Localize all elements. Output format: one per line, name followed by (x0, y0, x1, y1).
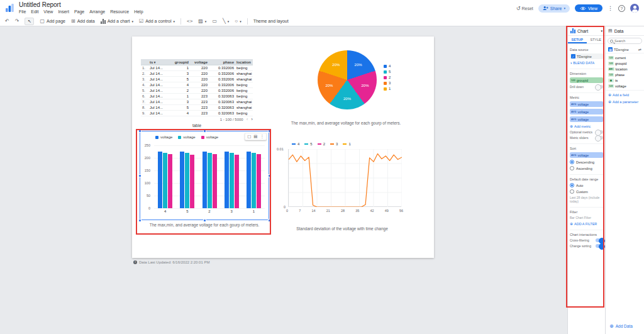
date-option-custom[interactable]: Custom (570, 189, 603, 194)
metric-chip[interactable]: AVGvoltage (570, 109, 603, 114)
pie-chart-block[interactable]: 20%20%20%20%20% 45231 The max,min, and a… (283, 48, 409, 142)
toggle-drill-down[interactable] (596, 85, 603, 89)
bar[interactable] (180, 152, 184, 208)
shape-tool[interactable]: ○ ▾ (235, 18, 241, 24)
bar[interactable] (158, 152, 162, 208)
bar[interactable] (213, 154, 217, 208)
image-tool[interactable]: ▨ ▾ (198, 18, 206, 24)
bar[interactable] (168, 154, 172, 208)
view-button[interactable]: View (575, 4, 602, 12)
col-header-groupid[interactable]: groupid (172, 60, 190, 64)
menu-file[interactable]: File (19, 9, 26, 14)
legend-item[interactable]: voltage (201, 135, 218, 139)
col-header-phase[interactable]: phase (209, 60, 235, 64)
legend-item[interactable]: 3 (384, 81, 391, 85)
toggle-metric-sliders[interactable] (596, 136, 603, 140)
redo-icon[interactable]: ↷ (15, 18, 19, 24)
report-page[interactable]: ts ▾groupidvoltagephaselocation1.Jul 14.… (132, 36, 434, 258)
add-field-button[interactable]: ⊕ Add a field (608, 92, 641, 97)
report-title[interactable]: Untitled Report (19, 1, 61, 8)
more-options-icon[interactable]: ⋮ (260, 134, 265, 139)
add-filter-button[interactable]: ⊕ ADD A FILTER (570, 221, 603, 226)
bar[interactable] (252, 153, 256, 208)
bar[interactable] (208, 153, 212, 208)
legend-item[interactable]: 5 (304, 142, 312, 146)
swap-source-icon[interactable]: ⇄ (638, 47, 641, 52)
legend-item[interactable]: voltage (178, 135, 195, 139)
theme-layout-button[interactable]: Theme and layout (253, 19, 289, 23)
metric-chip[interactable]: AVGvoltage (570, 116, 603, 122)
bar[interactable] (257, 154, 261, 208)
legend-item[interactable]: 5 (384, 70, 391, 74)
more-options-icon[interactable]: ⋮ (608, 5, 613, 11)
selection-handle[interactable] (203, 130, 206, 133)
toggle-optional-metrics[interactable] (596, 130, 603, 134)
search-input[interactable] (614, 39, 640, 43)
menu-edit[interactable]: Edit (31, 9, 38, 14)
selection-handle[interactable] (268, 174, 271, 177)
blend-data-button[interactable]: ◑ BLEND DATA (570, 61, 603, 65)
bar[interactable] (225, 152, 229, 208)
rectangle-icon[interactable]: ▭ (212, 18, 217, 24)
toggle-cross-filtering[interactable] (596, 238, 603, 242)
field-groupid[interactable]: 123groupid (606, 60, 644, 66)
line-chart-block[interactable]: 45231 0.01 0 0714212835424956 (275, 142, 409, 224)
metric-chip[interactable]: AVGvoltage (570, 101, 603, 107)
help-icon[interactable]: ? (618, 5, 625, 12)
bar[interactable] (163, 153, 167, 208)
legend-item[interactable]: 1 (343, 142, 350, 146)
menu-insert[interactable]: Insert (58, 9, 69, 14)
legend-item[interactable]: voltage (155, 135, 172, 139)
bar[interactable] (247, 152, 251, 208)
duplicate-icon[interactable]: ▢ (247, 134, 251, 139)
data-source-chip[interactable]: ∕ TDengine (570, 53, 603, 59)
selection-handle[interactable] (138, 219, 142, 222)
line-tool[interactable]: ╲ ▾ (223, 18, 229, 24)
col-header-voltage[interactable]: voltage (190, 60, 209, 64)
sort-metric-chip[interactable]: AVG voltage (570, 152, 603, 158)
menu-resource[interactable]: Resource (110, 9, 129, 14)
add-control-button[interactable]: ☑ Add a control ▾ (139, 18, 175, 24)
selection-handle[interactable] (203, 219, 206, 222)
chart-panel-header[interactable]: Chart ▾ (568, 26, 605, 36)
pie-chart[interactable]: 20%20%20%20%20% (318, 50, 377, 109)
tab-setup[interactable]: SETUP (568, 36, 587, 43)
tab-style[interactable]: STYLE (587, 36, 606, 43)
add-metric-button[interactable]: ⊕ Add metric (570, 124, 603, 128)
prev-page-icon[interactable]: ‹ (247, 118, 248, 121)
avatar[interactable] (630, 4, 639, 13)
sort-option-descending[interactable]: Descending (570, 160, 603, 164)
field-ts[interactable]: ▦ts (606, 77, 644, 83)
bar[interactable] (203, 152, 207, 208)
data-studio-logo[interactable] (5, 3, 14, 13)
chart-insights-icon[interactable]: ▤ (253, 134, 257, 139)
col-header-location[interactable]: location (235, 60, 253, 64)
col-header-ts[interactable]: ts ▾ (148, 60, 172, 64)
selection-handle[interactable] (268, 130, 271, 133)
add-data-bottom-button[interactable]: ⊕ Add Data (609, 323, 633, 329)
field-location[interactable]: ABClocation (606, 66, 644, 72)
reset-button[interactable]: ↺ Reset (516, 6, 533, 11)
chevron-down-icon[interactable]: ▾ (601, 29, 602, 33)
bar[interactable] (185, 153, 189, 208)
legend-item[interactable]: 4 (292, 142, 299, 146)
selection-handle[interactable] (138, 174, 142, 177)
undo-icon[interactable]: ↶ (5, 18, 9, 24)
add-chart-button[interactable]: Add a chart ▾ (101, 19, 133, 24)
selection-handle[interactable] (138, 130, 142, 133)
menu-view[interactable]: View (43, 9, 53, 14)
bar[interactable] (190, 155, 194, 208)
chevron-down-icon[interactable]: ▾ (564, 6, 565, 10)
menu-page[interactable]: Page (74, 9, 84, 14)
search-box[interactable] (608, 38, 642, 44)
legend-item[interactable]: 3 (330, 142, 338, 146)
toggle-change-sorting[interactable] (596, 244, 603, 248)
field-current[interactable]: 123current (606, 55, 644, 60)
field-phase[interactable]: 123phase (606, 72, 644, 77)
dimension-chip[interactable]: 123 groupid (570, 77, 603, 83)
menu-help[interactable]: Help (134, 9, 143, 14)
date-option-auto[interactable]: Auto (570, 183, 603, 187)
legend-item[interactable]: 4 (384, 64, 391, 68)
selection-handle[interactable] (268, 219, 271, 222)
bar[interactable] (230, 153, 234, 208)
